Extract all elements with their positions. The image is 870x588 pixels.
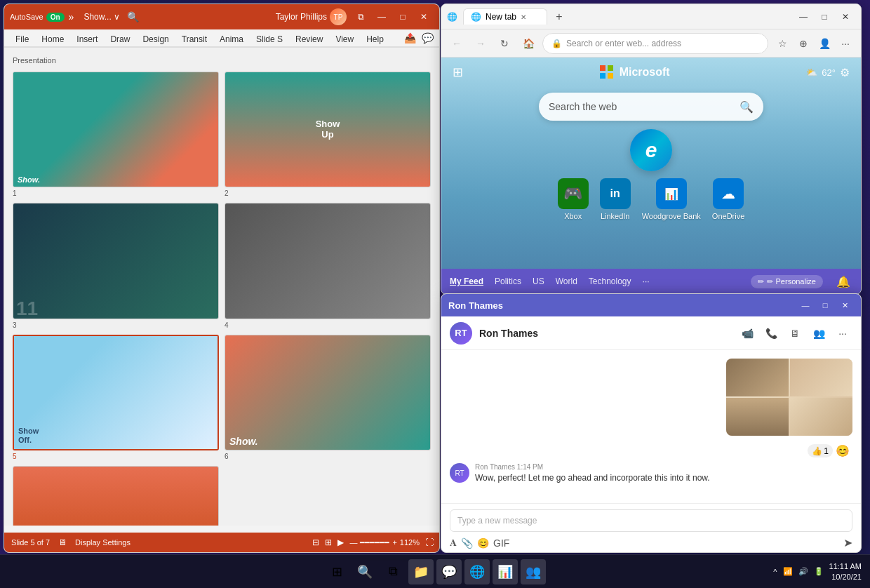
- shortcut-xbox[interactable]: 🎮 Xbox: [558, 178, 589, 220]
- teams-video-btn[interactable]: 📹: [737, 323, 757, 343]
- ppt-search-icon[interactable]: 🔍: [127, 11, 139, 22]
- edge-tab-new[interactable]: 🌐 New tab ✕: [463, 8, 547, 25]
- taskbar-battery-icon[interactable]: 🔋: [814, 567, 824, 576]
- personalize-btn[interactable]: ✏ ✏ Personalize: [751, 275, 823, 288]
- edge-close-btn[interactable]: ✕: [836, 9, 855, 25]
- edge-minimize-btn[interactable]: —: [794, 9, 813, 25]
- edge-grid-icon[interactable]: ⊞: [453, 65, 463, 80]
- slide-item-3[interactable]: 11 3: [13, 203, 219, 328]
- slide-item-5[interactable]: ShowOff. 5: [13, 335, 219, 460]
- ppt-minimize-btn[interactable]: —: [372, 9, 392, 25]
- shortcut-linkedin[interactable]: in LinkedIn: [600, 178, 631, 220]
- ppt-more-btn[interactable]: »: [69, 11, 74, 22]
- slide-thumb-2: ShowUp: [225, 72, 431, 187]
- ppt-restore-btn[interactable]: ⧉: [351, 9, 370, 25]
- teams-window: Ron Thames — □ ✕ RT Ron Thames 📹 📞 🖥 👥 ·…: [441, 293, 862, 553]
- edge-new-tab-btn[interactable]: +: [550, 8, 568, 26]
- zoom-slider[interactable]: ━━━━━━: [360, 538, 389, 547]
- autosave-toggle[interactable]: On: [46, 13, 65, 22]
- teams-close-btn[interactable]: ✕: [836, 298, 854, 313]
- edge-favorites-btn[interactable]: ☆: [772, 34, 792, 53]
- edge-settings-icon[interactable]: ⚙: [840, 66, 850, 79]
- menu-review[interactable]: Review: [290, 32, 328, 46]
- teams-emoji-btn[interactable]: 😊: [477, 537, 489, 549]
- edge-profile-btn[interactable]: 👤: [815, 34, 834, 53]
- edge-maximize-btn[interactable]: □: [815, 9, 834, 25]
- taskbar-chevron-icon[interactable]: ^: [773, 568, 777, 576]
- teams-call-btn[interactable]: 📞: [761, 323, 781, 343]
- slide-item-1[interactable]: Show. 1: [13, 72, 219, 197]
- menu-draw[interactable]: Draw: [105, 32, 135, 46]
- edge-home-btn[interactable]: 🏠: [518, 34, 538, 53]
- edge-collections-btn[interactable]: ⊕: [794, 34, 813, 53]
- menu-view[interactable]: View: [330, 32, 359, 46]
- ppt-comment-icon[interactable]: 💬: [422, 32, 434, 46]
- teams-format-btn[interactable]: 𝐀: [450, 537, 457, 549]
- taskbar-start-btn[interactable]: ⊞: [324, 559, 349, 584]
- menu-transit[interactable]: Transit: [176, 32, 213, 46]
- slide-item-6[interactable]: Show. 6: [225, 335, 431, 460]
- taskbar-datetime[interactable]: 11:11 AM 10/20/21: [829, 561, 862, 582]
- menu-home[interactable]: Home: [36, 32, 69, 46]
- news-tab-more[interactable]: ···: [643, 276, 650, 286]
- ppt-maximize-btn[interactable]: □: [393, 9, 413, 25]
- news-tab-world[interactable]: World: [556, 276, 577, 286]
- news-tab-myfeed[interactable]: My Feed: [450, 276, 483, 286]
- edge-bell-btn[interactable]: 🔔: [834, 272, 852, 290]
- teams-attach-btn[interactable]: 📎: [461, 537, 473, 549]
- menu-file[interactable]: File: [10, 32, 34, 46]
- shortcut-woodgrove[interactable]: 📊 Woodgrove Bank: [642, 178, 701, 220]
- teams-reaction-add[interactable]: 😊: [836, 444, 850, 457]
- edge-tab-close-btn[interactable]: ✕: [521, 13, 526, 21]
- teams-send-btn[interactable]: ➤: [843, 536, 852, 549]
- edge-weather: ⛅ 62° ⚙: [806, 66, 850, 79]
- view-normal-icon[interactable]: ⊟: [312, 537, 319, 547]
- edge-addressbar[interactable]: 🔒 Search or enter web... address: [542, 33, 768, 54]
- slide-item-4[interactable]: 4: [225, 203, 431, 328]
- edge-forward-btn[interactable]: →: [471, 34, 490, 53]
- zoom-out-btn[interactable]: —: [349, 538, 357, 547]
- edge-refresh-btn[interactable]: ↻: [495, 34, 514, 53]
- taskbar-wifi-icon[interactable]: 📶: [783, 567, 793, 576]
- taskbar-volume-icon[interactable]: 🔊: [798, 567, 808, 576]
- zoom-in-btn[interactable]: +: [392, 538, 396, 547]
- taskbar-chat-btn[interactable]: 💬: [436, 559, 462, 584]
- edge-more-btn[interactable]: ···: [836, 34, 855, 53]
- menu-design[interactable]: Design: [137, 32, 174, 46]
- news-tab-us[interactable]: US: [533, 276, 544, 286]
- shortcut-onedrive[interactable]: ☁ OneDrive: [712, 178, 744, 220]
- teams-more-btn[interactable]: ···: [833, 323, 852, 343]
- teams-maximize-btn[interactable]: □: [816, 298, 834, 313]
- display-settings-label[interactable]: Display Settings: [75, 538, 130, 547]
- ppt-close-btn[interactable]: ✕: [414, 9, 434, 25]
- teams-compose-box[interactable]: Type a new message: [450, 509, 852, 532]
- edge-search-box[interactable]: Search the web 🔍: [539, 93, 763, 121]
- taskbar-taskview-btn[interactable]: ⧉: [380, 559, 406, 584]
- taskbar-edge-btn[interactable]: 🌐: [464, 559, 490, 584]
- menu-slides[interactable]: Slide S: [250, 32, 288, 46]
- taskbar-explorer-btn[interactable]: 📁: [408, 559, 434, 584]
- fit-icon[interactable]: ⛶: [425, 537, 434, 547]
- edge-back-btn[interactable]: ←: [447, 34, 467, 53]
- news-tab-technology[interactable]: Technology: [589, 276, 631, 286]
- taskbar-search-btn[interactable]: 🔍: [352, 559, 377, 584]
- menu-anima[interactable]: Anima: [214, 32, 249, 46]
- taskbar-ppt-btn[interactable]: 📊: [493, 559, 518, 584]
- taskbar-teams-btn[interactable]: 👥: [521, 559, 546, 584]
- menu-help[interactable]: Help: [361, 32, 389, 46]
- teams-gif-btn[interactable]: GIF: [493, 537, 509, 549]
- menu-insert[interactable]: Insert: [71, 32, 103, 46]
- news-tab-politics[interactable]: Politics: [495, 276, 521, 286]
- teams-people-btn[interactable]: 👥: [809, 323, 829, 343]
- view-slideshow-icon[interactable]: ▶: [337, 537, 344, 547]
- slide-item-2[interactable]: ShowUp 2: [225, 72, 431, 197]
- ppt-share-icon[interactable]: 📤: [404, 32, 416, 46]
- slide-item-7[interactable]: 7: [13, 466, 219, 526]
- weather-icon: ⛅: [806, 67, 817, 78]
- teams-reaction-thumbsup[interactable]: 👍 1: [808, 444, 833, 457]
- view-grid-icon[interactable]: ⊞: [325, 537, 332, 547]
- teams-screen-btn[interactable]: 🖥: [785, 323, 805, 343]
- teams-minimize-btn[interactable]: —: [796, 298, 815, 313]
- edge-search-icon[interactable]: 🔍: [740, 100, 754, 114]
- autosave-badge: AutoSave On: [10, 13, 65, 22]
